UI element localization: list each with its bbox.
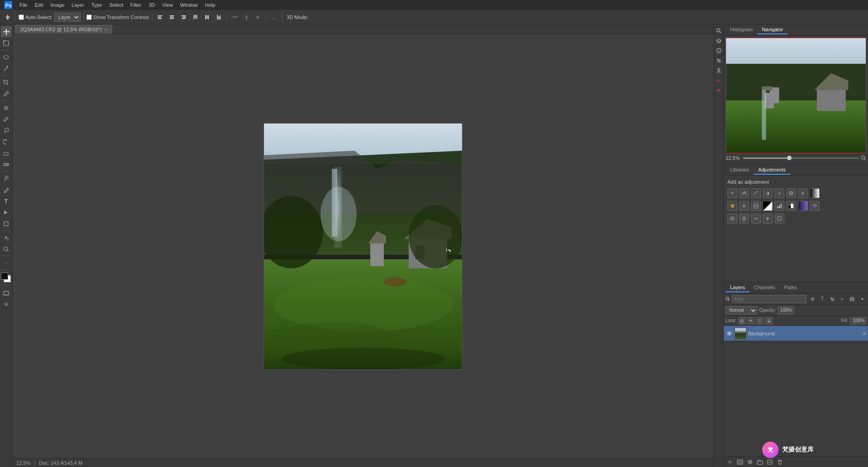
tc-panel-btn[interactable]: TC — [714, 76, 723, 85]
brush-tool[interactable] — [1, 114, 12, 124]
color-swatches[interactable] — [1, 272, 12, 283]
move-tool[interactable] — [1, 26, 12, 37]
auto-select-checkbox[interactable] — [19, 14, 24, 20]
tab-layers[interactable]: Layers — [726, 283, 750, 292]
hue-saturation-btn[interactable] — [786, 188, 796, 198]
adjustments-panel-btn[interactable] — [714, 56, 723, 65]
menu-filter[interactable]: Filter — [127, 1, 144, 9]
document-tab[interactable]: 2Q3A9483.CR2 @ 12,5% (RGB/16*) × — [15, 25, 112, 34]
align-left-button[interactable] — [155, 12, 165, 22]
menu-help[interactable]: Help — [202, 1, 219, 9]
layer-adjustment-button[interactable] — [745, 457, 755, 467]
magic-wand-tool[interactable] — [1, 63, 12, 74]
opacity-input[interactable] — [778, 306, 794, 315]
menu-layer[interactable]: Layer — [68, 1, 87, 9]
layer-row-background[interactable]: Background — [724, 326, 868, 341]
clone-stamp-tool[interactable] — [1, 125, 12, 136]
eraser-tool[interactable] — [1, 148, 12, 158]
path-selection-tool[interactable] — [1, 207, 12, 218]
invert-btn[interactable] — [763, 201, 773, 211]
layers-panel-btn[interactable] — [714, 36, 723, 45]
layer-delete-button[interactable] — [775, 457, 784, 467]
align-top-button[interactable] — [190, 12, 200, 22]
tab-histogram[interactable]: Histogram — [726, 25, 757, 34]
distribute-2-button[interactable]: ⊪ — [253, 12, 263, 22]
exposure-btn[interactable]: ◑ — [763, 188, 773, 198]
posterize-btn[interactable] — [774, 201, 784, 211]
extra-tools-button[interactable]: ··· — [1, 257, 12, 268]
hdr-toning-btn[interactable] — [739, 214, 749, 224]
foreground-color-swatch[interactable] — [1, 272, 8, 280]
move-tool-button[interactable] — [3, 12, 13, 22]
arrange-windows-button[interactable]: ⊞ — [1, 299, 12, 310]
fill-input[interactable] — [850, 317, 866, 324]
people-panel-btn[interactable] — [714, 66, 723, 75]
brightness-contrast-btn[interactable]: ☀ — [727, 188, 737, 198]
text-tool[interactable]: T — [1, 195, 12, 206]
lock-pixels-btn[interactable] — [738, 317, 745, 324]
search-panel-btn[interactable] — [714, 26, 723, 35]
menu-edit[interactable]: Edit — [32, 1, 47, 9]
layers-kind-icon[interactable]: ⊞ — [808, 295, 816, 303]
menu-3d[interactable]: 3D — [146, 1, 158, 9]
menu-select[interactable]: Select — [106, 1, 127, 9]
lock-all-btn[interactable] — [765, 317, 773, 324]
auto-select-dropdown[interactable]: Layer — [54, 13, 80, 22]
document-tab-close[interactable]: × — [104, 27, 107, 32]
align-right-button[interactable] — [179, 12, 189, 22]
tab-paths[interactable]: Paths — [780, 283, 802, 292]
align-center-button[interactable] — [167, 12, 177, 22]
eyedropper-tool[interactable] — [1, 88, 12, 99]
vibrance-btn[interactable]: V — [774, 188, 784, 198]
layer-group-button[interactable] — [755, 457, 764, 467]
blend-mode-select[interactable]: Normal — [726, 306, 757, 315]
screen-mode-button[interactable] — [1, 287, 12, 298]
menu-view[interactable]: View — [159, 1, 176, 9]
tab-channels[interactable]: Channels — [750, 283, 779, 292]
layer-mask-button[interactable] — [736, 457, 745, 467]
tab-navigator[interactable]: Navigator — [757, 25, 788, 34]
layers-mask-icon[interactable] — [848, 295, 856, 303]
color-balance-btn[interactable]: ⊕ — [798, 188, 808, 198]
align-bottom-button[interactable] — [214, 12, 224, 22]
menu-image[interactable]: Image — [47, 1, 68, 9]
gradient-map-btn[interactable] — [798, 201, 808, 211]
shape-tool[interactable] — [1, 218, 12, 229]
layers-fx-icon[interactable]: fx — [838, 295, 846, 303]
dodge-tool[interactable] — [1, 173, 12, 184]
curves-btn[interactable] — [751, 188, 761, 198]
crop-tool[interactable] — [1, 77, 12, 88]
menu-type[interactable]: Type — [88, 1, 105, 9]
desaturate-btn[interactable] — [763, 214, 773, 224]
gradient-tool[interactable] — [1, 159, 12, 170]
channel-mixer-btn[interactable]: ⊞ — [739, 201, 749, 211]
color-lookup-btn[interactable] — [751, 201, 761, 211]
levels-btn[interactable] — [739, 188, 749, 198]
layers-adjust-icon[interactable] — [828, 295, 836, 303]
healing-brush-tool[interactable] — [1, 102, 12, 113]
lock-position-btn[interactable] — [747, 317, 755, 324]
layer-visibility-toggle[interactable] — [726, 330, 733, 337]
selective-color-btn[interactable] — [810, 201, 820, 211]
match-color-btn[interactable]: ⇔ — [751, 214, 761, 224]
show-transform-checkbox[interactable] — [86, 14, 92, 20]
lasso-tool[interactable] — [1, 52, 12, 62]
more-options-button[interactable]: ... — [269, 12, 279, 22]
info-panel-btn[interactable] — [714, 46, 723, 55]
threshold-btn[interactable] — [786, 201, 796, 211]
zoom-slider[interactable] — [743, 157, 859, 159]
selection-tool[interactable] — [1, 38, 12, 48]
tab-adjustments[interactable]: Adjustments — [754, 166, 790, 175]
layers-search-input[interactable] — [732, 295, 807, 303]
distribute-v-button[interactable]: ⊣⊢ — [241, 12, 251, 22]
canvas-container[interactable] — [13, 34, 713, 458]
zoom-tool[interactable] — [1, 243, 12, 254]
layers-expand-icon[interactable]: ▾ — [858, 295, 866, 303]
lock-artboard-btn[interactable]: ⊡ — [756, 317, 764, 324]
hand-tool[interactable] — [1, 232, 12, 243]
distribute-h-button[interactable]: ⊣⊢ — [230, 12, 240, 22]
pen-tool[interactable] — [1, 184, 12, 195]
layers-text-icon[interactable]: T — [818, 295, 826, 303]
layer-fx-button[interactable]: fx — [726, 457, 735, 467]
replace-color-btn[interactable] — [774, 214, 784, 224]
